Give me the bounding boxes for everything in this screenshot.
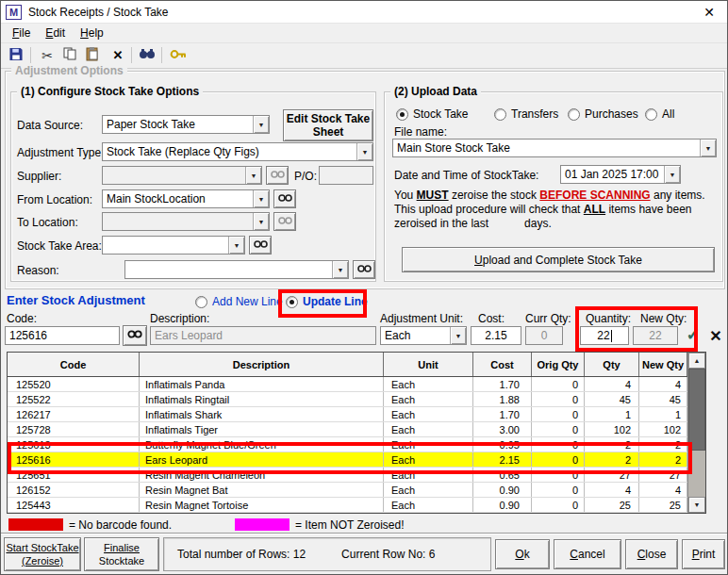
scroll-track[interactable] bbox=[688, 369, 705, 497]
quantity-input[interactable]: 22 bbox=[580, 326, 629, 345]
code-input[interactable]: 125616 bbox=[5, 326, 120, 345]
table-cell: 0 bbox=[532, 483, 585, 497]
radio-purchases[interactable]: Purchases bbox=[568, 107, 638, 121]
warning-line-3: zeroised in the lastdays. bbox=[394, 217, 705, 231]
chevron-down-icon[interactable]: ▼ bbox=[332, 261, 348, 278]
upload-complete-button[interactable]: Upload and Complete Stock Take bbox=[402, 247, 715, 272]
chevron-down-icon[interactable]: ▼ bbox=[356, 143, 372, 160]
table-row[interactable]: 126152Resin Magnet BatEach0.90044 bbox=[8, 483, 705, 498]
table-cell: 125522 bbox=[8, 392, 140, 406]
zeroise-warning: You MUST zeroise the stock BEFORE SCANNI… bbox=[394, 189, 705, 231]
start-stocktake-button[interactable]: Start StockTake (Zeroise) bbox=[4, 537, 81, 571]
table-cell: Each bbox=[384, 407, 473, 421]
adjustment-type-combo[interactable]: Stock Take (Replace Qty Figs) ▼ bbox=[102, 142, 373, 161]
stock-take-area-combo[interactable]: ▼ bbox=[102, 236, 245, 255]
ok-button[interactable]: Ok bbox=[495, 539, 550, 569]
find-button[interactable] bbox=[136, 45, 158, 65]
table-row[interactable]: 125651Resin Magent ChameleonEach0.650272… bbox=[8, 468, 705, 483]
stock-take-area-lookup-button[interactable] bbox=[249, 236, 272, 255]
radio-stock-take[interactable]: Stock Take bbox=[396, 107, 468, 121]
configure-group: (1) Configure Stock Take Options Data So… bbox=[10, 91, 376, 282]
radio-icon[interactable] bbox=[396, 108, 408, 121]
close-button[interactable]: Close bbox=[625, 539, 678, 569]
upload-group: (2) Upload Data Stock Take Transfers Pur… bbox=[384, 91, 723, 282]
table-cell: Each bbox=[384, 392, 473, 406]
cut-button[interactable]: ✂ bbox=[36, 45, 58, 65]
chevron-down-icon[interactable]: ▼ bbox=[228, 237, 244, 254]
stock-table-body: 125520Inflatimals PandaEach1.70044125522… bbox=[8, 377, 705, 513]
table-cell: Ears Leopard bbox=[140, 452, 384, 467]
copy-button[interactable] bbox=[58, 45, 81, 65]
datetime-combo[interactable]: 01 Jan 2025 17:00 ▼ bbox=[560, 165, 681, 184]
cancel-adjustment-button[interactable]: ✕ bbox=[705, 324, 726, 347]
radio-icon[interactable] bbox=[286, 296, 298, 308]
table-row[interactable]: 125522Inflatimals RingtailEach1.8804545 bbox=[8, 392, 705, 407]
radio-add-new-line[interactable]: Add New Line bbox=[195, 295, 283, 308]
radio-all[interactable]: All bbox=[645, 107, 674, 121]
table-cell: 0 bbox=[532, 468, 585, 482]
file-name-combo[interactable]: Main Store Stock Take ▼ bbox=[392, 139, 717, 157]
zeroise-days-input[interactable] bbox=[488, 218, 524, 230]
po-field bbox=[319, 166, 373, 185]
from-location-lookup-button[interactable] bbox=[273, 189, 296, 208]
reason-label: Reason: bbox=[17, 264, 59, 277]
table-row[interactable]: 125520Inflatimals PandaEach1.70044 bbox=[8, 377, 705, 392]
chevron-down-icon[interactable]: ▼ bbox=[664, 166, 680, 183]
table-cell: 0 bbox=[532, 422, 585, 436]
radio-icon[interactable] bbox=[645, 108, 657, 121]
curr-qty-label: Curr Qty: bbox=[525, 312, 571, 325]
scissors-icon: ✂ bbox=[41, 48, 53, 63]
radio-icon[interactable] bbox=[195, 296, 207, 308]
table-row[interactable]: 126217Inflatimals SharkEach1.70011 bbox=[8, 407, 705, 422]
table-cell: 1.70 bbox=[473, 377, 532, 391]
scroll-thumb[interactable] bbox=[688, 369, 705, 451]
chevron-down-icon[interactable]: ▼ bbox=[253, 116, 269, 133]
confirm-adjustment-button[interactable]: ✓ bbox=[682, 323, 704, 346]
cancel-button[interactable]: Cancel bbox=[554, 539, 621, 569]
reason-lookup-button[interactable] bbox=[353, 260, 375, 279]
from-location-combo[interactable]: Main StockLocation ▼ bbox=[102, 189, 270, 208]
delete-button[interactable]: ✕ bbox=[107, 45, 129, 65]
print-button[interactable]: Print bbox=[682, 539, 725, 569]
code-lookup-button[interactable] bbox=[123, 325, 147, 346]
paste-button[interactable] bbox=[81, 45, 104, 65]
table-row[interactable]: 125728Inflatimals TigerEach3.000102102 bbox=[8, 422, 705, 437]
description-label: Description: bbox=[150, 312, 209, 325]
security-key-button[interactable] bbox=[167, 45, 190, 65]
cost-label: Cost: bbox=[478, 312, 505, 325]
chevron-down-icon[interactable]: ▼ bbox=[700, 140, 716, 156]
adjustment-unit-combo[interactable]: Each ▼ bbox=[380, 326, 467, 345]
data-source-combo[interactable]: Paper Stock Take ▼ bbox=[102, 115, 270, 134]
table-row[interactable]: 125613Butterfly Magnet Blue/GreenEach0.9… bbox=[8, 437, 705, 452]
scroll-down-button[interactable]: ▼ bbox=[688, 497, 705, 513]
finalise-stocktake-button[interactable]: Finalise Stocktake bbox=[84, 537, 159, 571]
upload-group-title: (2) Upload Data bbox=[390, 85, 481, 98]
table-scrollbar[interactable]: ▲ ▼ bbox=[687, 353, 705, 513]
window-close-button[interactable]: ✕ bbox=[699, 3, 720, 22]
table-cell: Each bbox=[384, 468, 473, 482]
radio-update-line[interactable]: Update Line bbox=[286, 295, 368, 308]
save-button[interactable] bbox=[5, 45, 27, 65]
table-cell: 125651 bbox=[8, 468, 140, 482]
table-row[interactable]: 125443Resin Magnet TortoiseEach0.9002525 bbox=[8, 498, 705, 513]
table-cell: 0.90 bbox=[473, 498, 532, 512]
supplier-lookup-button bbox=[266, 166, 289, 185]
menu-edit[interactable]: Edit bbox=[38, 25, 73, 41]
toolbar-separator bbox=[131, 47, 132, 63]
table-cell: 125443 bbox=[8, 498, 140, 512]
radio-icon[interactable] bbox=[568, 108, 580, 121]
table-cell: 3.00 bbox=[473, 422, 532, 436]
cost-input[interactable]: 2.15 bbox=[471, 326, 521, 345]
scroll-up-button[interactable]: ▲ bbox=[688, 353, 705, 369]
legend-no-barcode-text: = No barcode found. bbox=[69, 518, 172, 532]
edit-stock-take-sheet-button[interactable]: Edit Stock Take Sheet bbox=[283, 109, 373, 141]
radio-transfers[interactable]: Transfers bbox=[494, 107, 558, 121]
menu-file[interactable]: File bbox=[5, 25, 38, 41]
chevron-down-icon[interactable]: ▼ bbox=[253, 190, 269, 207]
chevron-down-icon[interactable]: ▼ bbox=[450, 327, 466, 344]
reason-combo[interactable]: ▼ bbox=[124, 260, 349, 279]
table-row[interactable]: 125616Ears LeopardEach2.15022 bbox=[8, 452, 705, 468]
column-header-unit: Unit bbox=[384, 353, 473, 376]
menu-help[interactable]: Help bbox=[73, 25, 111, 41]
radio-icon[interactable] bbox=[494, 108, 506, 121]
